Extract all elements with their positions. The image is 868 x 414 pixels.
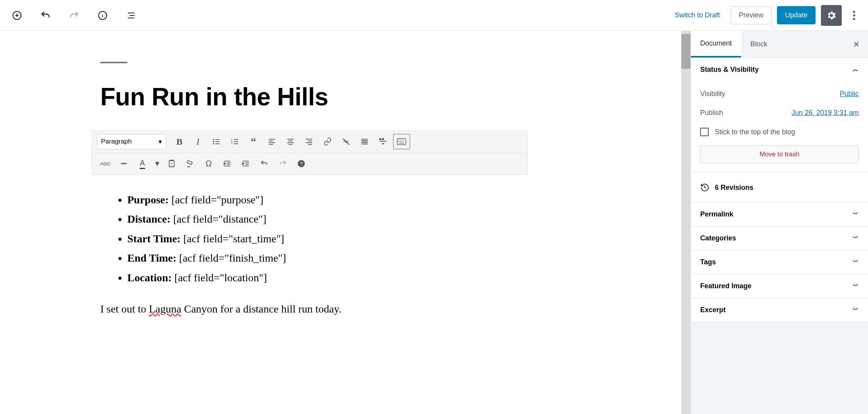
link-button[interactable] (319, 134, 336, 149)
chevron-down-icon: ▾ (159, 138, 162, 146)
svg-rect-12 (234, 139, 238, 140)
toolbar-toggle-button[interactable] (375, 134, 392, 149)
unlink-button[interactable] (338, 134, 355, 149)
bullet-list-button[interactable] (208, 134, 225, 149)
main-area: Fun Run in the Hills Paragraph ▾ B I 123… (0, 31, 868, 414)
visibility-row: Visibility Public (700, 84, 859, 103)
svg-text:?: ? (300, 161, 303, 167)
read-more-button[interactable] (356, 134, 373, 149)
content-paragraph[interactable]: I set out to Laguna Canyon for a distanc… (100, 303, 666, 315)
editor-scrollbar[interactable] (681, 31, 691, 414)
indent-button[interactable] (237, 156, 254, 171)
editor-canvas: Fun Run in the Hills Paragraph ▾ B I 123… (0, 31, 681, 414)
text-color-button[interactable]: A (134, 156, 151, 171)
list-item: Purpose: [acf field="purpose"] (127, 190, 666, 210)
post-title[interactable]: Fun Run in the Hills (100, 83, 666, 111)
bold-button[interactable]: B (171, 134, 188, 149)
chevron-down-icon: ﹀ (853, 210, 859, 218)
strikethrough-button[interactable]: ABC (97, 156, 114, 171)
visibility-value[interactable]: Public (840, 90, 859, 98)
revisions-link[interactable]: 6 Revisions (691, 173, 868, 202)
svg-point-4 (853, 18, 855, 20)
more-options-button[interactable] (847, 5, 861, 26)
add-block-button[interactable] (8, 6, 26, 25)
text-color-dropdown[interactable]: ▾ (152, 156, 162, 171)
sticky-checkbox[interactable] (700, 128, 709, 136)
update-button[interactable]: Update (777, 6, 816, 24)
move-to-trash-button[interactable]: Move to trash (700, 145, 859, 163)
clear-formatting-button[interactable] (182, 156, 199, 171)
section-header-status[interactable]: Status & Visibility ︿ (691, 58, 868, 81)
history-icon (700, 183, 709, 192)
preview-button[interactable]: Preview (731, 6, 772, 24)
redo-tb-button[interactable] (274, 156, 291, 171)
align-left-button[interactable] (263, 134, 280, 149)
top-toolbar: Switch to Draft Preview Update (0, 0, 868, 31)
italic-button[interactable]: I (189, 134, 206, 149)
block-navigation-button[interactable] (122, 6, 140, 25)
format-select-label: Paragraph (101, 138, 132, 145)
list-item: Start Time: [acf field="start_time"] (127, 229, 666, 248)
spellcheck-word: Laguna (149, 303, 181, 315)
settings-button[interactable] (821, 5, 842, 26)
svg-text:3: 3 (231, 142, 233, 145)
paste-text-button[interactable]: T (163, 156, 180, 171)
svg-rect-14 (234, 141, 238, 142)
keyboard-button[interactable] (393, 134, 410, 149)
svg-rect-8 (215, 141, 220, 142)
publish-label: Publish (700, 109, 723, 117)
section-header-categories[interactable]: Categories﹀ (691, 226, 868, 250)
section-header-permalink[interactable]: Permalink﹀ (691, 203, 868, 226)
switch-to-draft-button[interactable]: Switch to Draft (669, 7, 725, 23)
toolbar-row-1: Paragraph ▾ B I 123 “ (92, 131, 527, 152)
special-character-button[interactable]: Ω (200, 156, 217, 171)
chevron-up-icon: ︿ (853, 66, 859, 74)
redo-button[interactable] (65, 6, 83, 25)
svg-point-7 (213, 141, 214, 142)
publish-row: Publish Jun 26, 2019 3:31 am (700, 103, 859, 122)
chevron-down-icon: ﹀ (853, 306, 859, 314)
toolbar-row-2: ABC A ▾ T Ω ? (92, 152, 527, 174)
tab-block[interactable]: Block (741, 32, 777, 57)
svg-rect-6 (215, 139, 220, 140)
svg-point-2 (853, 10, 855, 12)
list-item: Distance: [acf field="distance"] (127, 210, 666, 229)
section-header-featured-image[interactable]: Featured Image﹀ (691, 274, 868, 298)
top-toolbar-right: Switch to Draft Preview Update (669, 5, 861, 26)
undo-tb-button[interactable] (256, 156, 273, 171)
list-item: Location: [acf field="location"] (127, 268, 666, 287)
svg-rect-10 (215, 144, 220, 144)
sidebar-tabs: Document Block × (691, 31, 868, 58)
numbered-list-button[interactable]: 123 (226, 134, 243, 149)
undo-button[interactable] (36, 6, 55, 25)
svg-point-5 (213, 139, 214, 140)
align-right-button[interactable] (301, 134, 317, 149)
help-button[interactable]: ? (293, 156, 310, 171)
svg-point-3 (853, 14, 855, 16)
publish-value[interactable]: Jun 26, 2019 3:31 am (792, 109, 859, 117)
settings-sidebar: Document Block × Status & Visibility ︿ V… (691, 31, 868, 414)
chevron-down-icon: ﹀ (853, 282, 859, 290)
visibility-label: Visibility (700, 90, 725, 98)
svg-rect-18 (382, 138, 384, 140)
outdent-button[interactable] (219, 156, 236, 171)
section-revisions: 6 Revisions (691, 173, 868, 203)
svg-rect-22 (170, 160, 173, 161)
content-info-button[interactable] (93, 6, 112, 25)
svg-point-9 (213, 143, 214, 145)
chevron-down-icon: ﹀ (853, 234, 859, 242)
top-toolbar-left (8, 6, 140, 25)
sticky-label: Stick to the top of the blog (715, 128, 795, 136)
tab-document[interactable]: Document (691, 31, 741, 57)
section-header-tags[interactable]: Tags﹀ (691, 250, 868, 274)
format-select[interactable]: Paragraph ▾ (97, 134, 166, 149)
section-header-excerpt[interactable]: Excerpt﹀ (691, 298, 868, 322)
close-sidebar-button[interactable]: × (845, 31, 868, 57)
align-center-button[interactable] (282, 134, 299, 149)
content-bullet-list[interactable]: Purpose: [acf field="purpose"] Distance:… (100, 190, 666, 287)
svg-text:T: T (171, 162, 173, 166)
horizontal-rule-button[interactable] (115, 156, 132, 171)
sticky-row[interactable]: Stick to the top of the blog (700, 122, 859, 142)
quote-button[interactable]: “ (245, 134, 262, 149)
section-status-visibility: Status & Visibility ︿ Visibility Public … (691, 58, 868, 173)
